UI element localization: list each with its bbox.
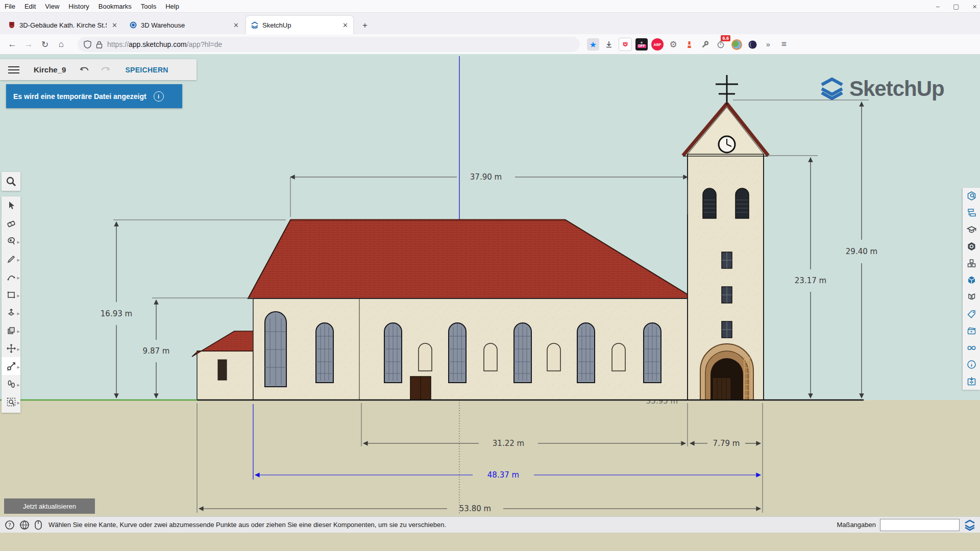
tab-title: 3D-Gebäude Kath. Kirche St.Ste <box>19 21 107 29</box>
tool-rail: ▶ ▶ ▶ ▶ ▶ ▶ ▶ ▶ ▶ ▶ <box>2 196 20 413</box>
push-pull-tool[interactable]: ▶ <box>2 304 20 321</box>
overflow-chevron-icon[interactable]: » <box>762 38 774 51</box>
app-menu-icon[interactable]: ≡ <box>778 38 790 51</box>
menu-bookmarks[interactable]: Bookmarks <box>94 3 136 10</box>
save-button[interactable]: SPEICHERN <box>125 66 168 74</box>
navigation-toolbar: ← → ↻ ⌂ https://app.sketchup.com/app?hl=… <box>0 34 980 55</box>
close-button[interactable]: × <box>972 2 977 11</box>
dim-29-40[interactable]: 29.40 m <box>846 247 877 256</box>
offset-tool[interactable]: ▶ <box>2 321 20 339</box>
dim-16-93[interactable]: 16.93 m <box>101 309 132 318</box>
model-canvas[interactable]: 35.95 m <box>0 54 980 551</box>
pocket-extension-icon[interactable] <box>619 38 632 51</box>
lock-icon[interactable] <box>96 41 103 48</box>
downloads-icon[interactable] <box>603 38 615 51</box>
undo-icon[interactable] <box>79 65 90 74</box>
dim-48-37[interactable]: 48.37 m <box>487 470 519 480</box>
back-button[interactable]: ← <box>4 37 20 52</box>
tab-close-icon[interactable]: ✕ <box>233 21 239 29</box>
help-icon[interactable]: ? <box>5 520 15 530</box>
display-panel[interactable] <box>963 339 980 356</box>
rectangle-tool[interactable]: ▶ <box>2 286 20 304</box>
maximize-button[interactable]: ▢ <box>953 3 959 10</box>
bookmark-star-icon[interactable]: ★ <box>587 38 599 51</box>
entity-info-panel[interactable] <box>963 188 980 205</box>
menu-tools[interactable]: Tools <box>136 3 161 10</box>
language-globe-icon[interactable] <box>19 520 30 530</box>
components-panel[interactable] <box>963 255 980 272</box>
arc-tool[interactable]: ▶ <box>2 268 20 286</box>
globe-extension-icon[interactable] <box>730 38 743 51</box>
new-tab-button[interactable]: + <box>357 18 373 33</box>
tab-title: SketchUp <box>262 21 337 29</box>
shield-icon[interactable] <box>84 40 91 48</box>
tab-church-page[interactable]: 3D-Gebäude Kath. Kirche St.Ste ✕ <box>3 16 122 34</box>
tower-portal <box>700 344 753 400</box>
church-crest-icon <box>8 21 15 29</box>
model-title[interactable]: Kirche_9 <box>34 65 66 74</box>
dim-31-22[interactable]: 31.22 m <box>493 439 524 448</box>
redo-icon[interactable] <box>100 65 111 74</box>
mouse-icon <box>34 520 42 530</box>
model-info-panel[interactable] <box>963 356 980 373</box>
select-tool[interactable] <box>2 196 20 214</box>
pencil-tool[interactable]: ▶ <box>2 250 20 268</box>
ghostery-extension-icon[interactable] <box>746 38 758 51</box>
extensions-panel[interactable] <box>963 238 980 255</box>
minimize-button[interactable]: – <box>936 3 940 10</box>
dim-37-90[interactable]: 37.90 m <box>470 172 502 182</box>
instructor-panel[interactable] <box>963 221 980 238</box>
walk-tool[interactable]: ▶ <box>2 375 20 393</box>
move-tool[interactable]: ▶ <box>2 339 20 357</box>
update-now-button[interactable]: Jetzt aktualisieren <box>4 498 95 514</box>
menu-file[interactable]: File <box>0 3 20 10</box>
timer-extension-icon[interactable]: 6.6 <box>715 38 727 51</box>
sketchup-icon <box>251 21 258 29</box>
zoom-tool[interactable]: ▶ <box>2 393 20 411</box>
paint-tool[interactable]: ▶ <box>2 232 20 250</box>
main-menu-icon[interactable] <box>7 65 20 74</box>
eraser-tool[interactable] <box>2 214 20 232</box>
home-button[interactable]: ⌂ <box>53 37 69 52</box>
styles-panel[interactable] <box>963 289 980 306</box>
dim-7-79[interactable]: 7.79 m <box>713 439 740 448</box>
dim-23-17[interactable]: 23.17 m <box>795 276 826 285</box>
import-panel[interactable] <box>963 373 980 390</box>
wrench-extension-icon[interactable] <box>699 38 711 51</box>
menu-view[interactable]: View <box>40 3 64 10</box>
sketchup-watermark: SketchUp <box>819 76 944 102</box>
search-icon <box>6 176 16 187</box>
forward-button[interactable]: → <box>20 37 37 52</box>
scenes-panel[interactable] <box>963 322 980 339</box>
tab-sketchup[interactable]: SketchUp ✕ <box>246 16 353 34</box>
outliner-panel[interactable] <box>963 205 980 221</box>
reload-button[interactable]: ↻ <box>37 37 53 52</box>
menu-help[interactable]: Help <box>161 3 184 10</box>
info-icon[interactable]: i <box>154 91 164 102</box>
dim-53-80[interactable]: 53.80 m <box>459 504 491 513</box>
status-message: Wählen Sie eine Kante, Kurve oder zwei a… <box>48 521 446 529</box>
temporary-file-banner: Es wird eine temporäre Datei angezeigt i <box>6 84 182 108</box>
tab-close-icon[interactable]: ✕ <box>342 21 348 29</box>
tampermonkey-gear-icon[interactable]: ⚙ <box>667 38 679 51</box>
tab-title: 3D Warehouse <box>141 21 228 29</box>
url-bar[interactable]: https://app.sketchup.com/app?hl=de <box>78 37 580 52</box>
tab-close-icon[interactable]: ✕ <box>112 21 117 29</box>
menu-history[interactable]: History <box>64 3 93 10</box>
panel-rail <box>963 188 980 390</box>
search-tool[interactable] <box>2 172 20 191</box>
adblock-plus-icon[interactable]: ABP <box>651 38 664 51</box>
tape-measure-tool[interactable]: ▶ <box>2 357 20 375</box>
measurements-label: Maßangaben <box>837 521 876 529</box>
3d-warehouse-icon <box>130 21 137 29</box>
measurements-input[interactable] <box>880 519 960 531</box>
dim-9-87[interactable]: 9.87 m <box>143 346 170 356</box>
timer-badge: 6.6 <box>721 35 730 41</box>
tab-bar: 3D-Gebäude Kath. Kirche St.Ste ✕ 3D Ware… <box>0 13 980 34</box>
tab-3d-warehouse[interactable]: 3D Warehouse ✕ <box>125 16 244 34</box>
materials-panel[interactable] <box>963 272 980 289</box>
dark-reader-icon[interactable]: ☀ OFF <box>635 38 648 51</box>
menu-edit[interactable]: Edit <box>20 3 40 10</box>
lighthouse-extension-icon[interactable] <box>683 38 695 51</box>
tags-panel[interactable] <box>963 306 980 322</box>
